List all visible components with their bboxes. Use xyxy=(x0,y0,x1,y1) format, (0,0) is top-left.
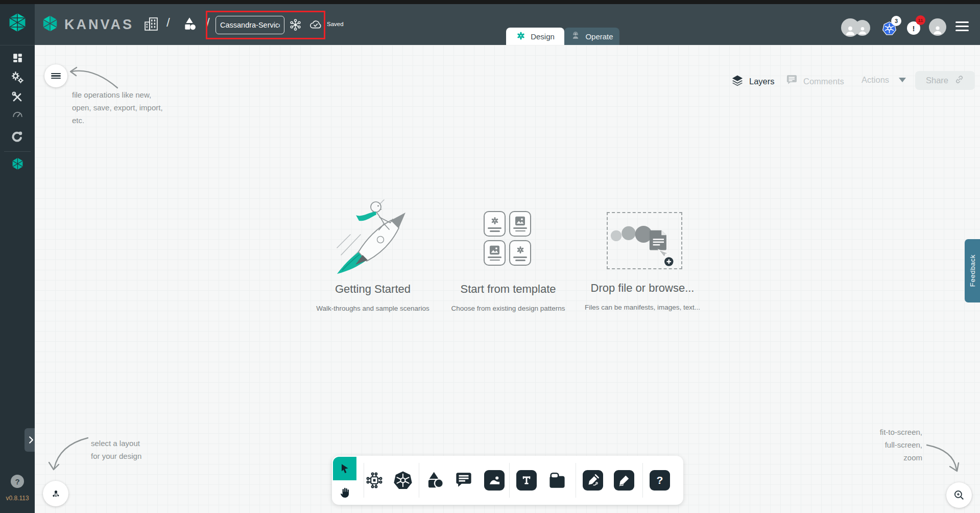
file-operations-annotation: file operations like new, open, save, ex… xyxy=(72,88,163,127)
comment-tool[interactable] xyxy=(454,471,473,490)
save-status-cloud-icon[interactable] xyxy=(308,18,323,34)
kanvas-logo-icon xyxy=(41,14,59,35)
tab-design[interactable]: Design xyxy=(506,28,564,45)
actions-label: Actions xyxy=(862,75,889,85)
getting-started-card[interactable]: Getting Started xyxy=(317,283,429,296)
notification-count-badge: 11 xyxy=(916,15,925,25)
comments-toggle[interactable]: Comments xyxy=(785,74,844,89)
template-tile xyxy=(484,211,506,237)
saved-status-label: Saved xyxy=(327,21,344,27)
drop-file-card-title: Drop file or browse... xyxy=(586,282,699,295)
template-tile xyxy=(484,240,506,266)
drop-file-illustration xyxy=(609,218,683,269)
help-button[interactable]: ? xyxy=(11,475,24,488)
layout-annotation: select a layout for your design xyxy=(91,437,141,462)
user-avatar[interactable] xyxy=(929,18,946,36)
template-tile xyxy=(509,240,531,266)
pen-tool[interactable] xyxy=(583,470,603,491)
kubernetes-context-count-badge: 3 xyxy=(891,16,901,26)
brand-wordmark: KANVAS xyxy=(64,17,134,33)
actions-caret-icon[interactable] xyxy=(899,78,906,82)
design-canvas[interactable] xyxy=(35,45,980,513)
environment-icon[interactable] xyxy=(289,18,302,34)
design-name-input[interactable] xyxy=(216,16,284,34)
share-label: Share xyxy=(926,76,948,85)
collaborator-avatar[interactable] xyxy=(841,18,859,37)
zoom-arrow xyxy=(922,437,964,479)
sidebar-item-lifecycle[interactable] xyxy=(0,68,35,86)
kubernetes-tool[interactable] xyxy=(393,470,413,491)
breadcrumb-separator: / xyxy=(166,15,170,30)
sidebar-item-performance[interactable] xyxy=(0,106,35,123)
zoom-annotation: fit-to-screen, full-screen, zoom xyxy=(843,426,922,464)
share-link-icon xyxy=(954,75,964,86)
getting-started-illustration[interactable] xyxy=(331,196,418,282)
breadcrumb-separator: / xyxy=(206,15,210,30)
layout-arrow xyxy=(45,431,92,478)
layout-select-button[interactable] xyxy=(43,481,68,506)
toolbar-divider xyxy=(509,463,510,498)
app-logo-icon[interactable] xyxy=(7,12,28,35)
shapes-tool[interactable] xyxy=(425,470,445,491)
pan-tool[interactable] xyxy=(333,480,356,504)
container-tool[interactable] xyxy=(547,471,567,491)
drop-file-subtitle: Files can be manifests, images, text... xyxy=(576,304,709,311)
window-top-strip xyxy=(0,0,980,4)
sidebar-item-toolkit[interactable] xyxy=(0,88,35,106)
toolbar-divider xyxy=(642,463,643,498)
feedback-label: Feedback xyxy=(969,254,976,287)
help-tool[interactable]: ? xyxy=(650,470,670,491)
feedback-tab[interactable]: Feedback xyxy=(965,239,980,302)
layers-toggle[interactable]: Layers xyxy=(730,74,775,89)
actions-dropdown[interactable]: Actions xyxy=(862,75,889,85)
select-tool[interactable] xyxy=(333,457,356,480)
version-label: v0.8.113 xyxy=(0,495,35,502)
kanvas-brand: KANVAS xyxy=(41,14,134,35)
components-tool[interactable] xyxy=(365,471,384,490)
organization-icon[interactable] xyxy=(144,16,159,34)
template-tile xyxy=(509,211,531,237)
pencil-tool[interactable] xyxy=(614,470,634,491)
zoom-button[interactable] xyxy=(946,482,972,508)
workspace-icon[interactable] xyxy=(181,15,198,35)
file-operations-menu-button[interactable] xyxy=(44,64,67,87)
sidebar-item-extensions[interactable] xyxy=(0,127,35,145)
sidebar-item-dashboard[interactable] xyxy=(0,49,35,66)
tab-operate[interactable]: Operate xyxy=(564,28,619,45)
getting-started-subtitle: Walk-throughs and sample scenarios xyxy=(306,305,439,312)
image-tool[interactable] xyxy=(484,470,505,491)
sidebar-separator xyxy=(0,45,35,45)
sidebar-item-kanvas[interactable] xyxy=(0,155,35,172)
design-swirl-icon xyxy=(516,31,526,42)
start-from-template-card[interactable]: Start from template xyxy=(452,283,564,296)
tab-design-label: Design xyxy=(531,32,555,41)
start-from-template-subtitle: Choose from existing design patterns xyxy=(442,305,575,312)
kanvas-app: KANVAS / / xyxy=(0,0,980,513)
share-button[interactable]: Share xyxy=(915,71,975,90)
toolbar-divider xyxy=(576,463,576,498)
operator-icon xyxy=(570,31,581,42)
text-tool[interactable] xyxy=(516,470,537,491)
header-menu-icon[interactable] xyxy=(955,21,969,31)
tab-operate-label: Operate xyxy=(585,32,613,41)
toolbar-divider xyxy=(364,463,364,498)
comments-icon xyxy=(785,74,799,89)
layers-icon xyxy=(730,74,745,89)
toolbar-divider xyxy=(419,463,419,498)
template-grid-illustration[interactable] xyxy=(484,211,531,266)
comments-label: Comments xyxy=(803,77,844,86)
sidebar-divider xyxy=(4,151,31,152)
layers-label: Layers xyxy=(749,77,775,86)
